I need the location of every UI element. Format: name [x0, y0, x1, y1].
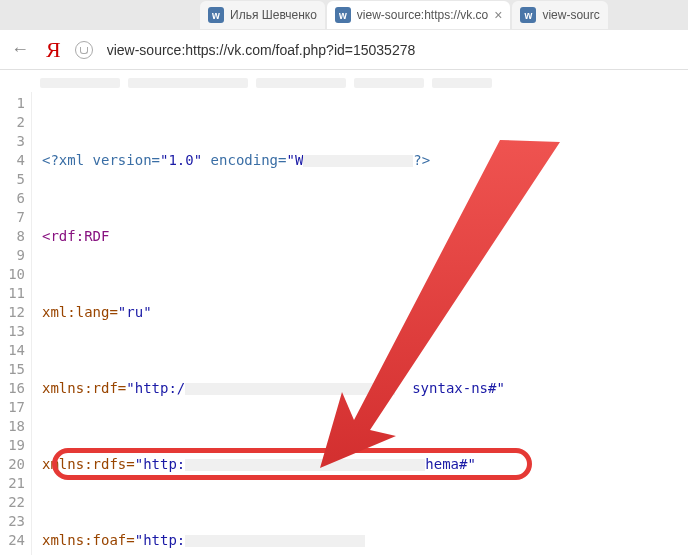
vk-icon: w: [520, 7, 536, 23]
tab-label: view-sourc: [542, 8, 599, 22]
ssl-icon[interactable]: [75, 41, 93, 59]
vk-icon: w: [208, 7, 224, 23]
close-icon[interactable]: ×: [494, 8, 502, 22]
tab-strip: w Илья Шевченко w view-source:https://vk…: [0, 0, 688, 30]
placeholder: [256, 78, 346, 88]
redacted: [185, 459, 425, 471]
xml-decl: <?xml version=: [42, 151, 160, 170]
vk-icon: w: [335, 7, 351, 23]
redacted: [303, 155, 413, 167]
code-content[interactable]: <?xml version="1.0" encoding="W?> <rdf:R…: [32, 92, 599, 555]
source-view: 123456 789101112 131415161718 1920212223…: [0, 92, 688, 555]
placeholder: [128, 78, 248, 88]
url-field[interactable]: view-source:https://vk.com/foaf.php?id=1…: [107, 42, 680, 58]
tab-profile[interactable]: w Илья Шевченко: [200, 1, 325, 29]
line-gutter: 123456 789101112 131415161718 1920212223…: [0, 92, 32, 555]
yandex-logo[interactable]: Я: [46, 37, 61, 63]
placeholder: [432, 78, 492, 88]
tab-viewsource-2[interactable]: w view-sourc: [512, 1, 607, 29]
tab-label: view-source:https://vk.co: [357, 8, 488, 22]
placeholder: [40, 78, 120, 88]
address-bar: ← Я view-source:https://vk.com/foaf.php?…: [0, 30, 688, 70]
placeholder: [354, 78, 424, 88]
redacted: [185, 535, 365, 547]
back-button[interactable]: ←: [8, 39, 32, 60]
redacted: [185, 383, 395, 395]
tab-label: Илья Шевченко: [230, 8, 317, 22]
bookmark-bar: [0, 70, 688, 92]
tag-rdf: <rdf:RDF: [42, 227, 109, 246]
tab-viewsource-active[interactable]: w view-source:https://vk.co ×: [327, 1, 511, 29]
